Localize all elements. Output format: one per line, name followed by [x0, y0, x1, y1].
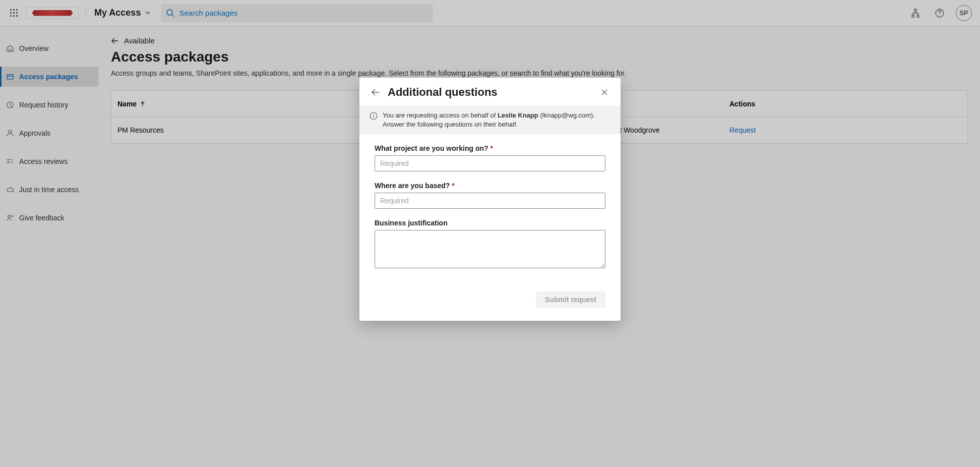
location-input[interactable] [375, 193, 605, 209]
required-marker: * [490, 144, 493, 152]
info-icon [370, 112, 378, 129]
field-label-location: Where are you based? * [375, 182, 605, 190]
field-label-justification: Business justification [375, 219, 605, 227]
arrow-left-icon [371, 88, 380, 97]
field-justification: Business justification [375, 219, 605, 270]
justification-textarea[interactable] [375, 230, 605, 268]
field-project: What project are you working on? * [375, 144, 605, 171]
project-input[interactable] [375, 155, 605, 171]
modal-footer: Submit request [359, 285, 621, 321]
modal-body: What project are you working on? * Where… [359, 134, 621, 285]
field-location: Where are you based? * [375, 182, 605, 209]
submit-request-button[interactable]: Submit request [536, 291, 605, 308]
modal-header: Additional questions [359, 78, 621, 106]
info-banner: You are requesting access on behalf of L… [359, 106, 621, 134]
field-label-project: What project are you working on? * [375, 144, 605, 152]
modal-overlay: Additional questions You are requesting … [0, 0, 980, 467]
svg-point-22 [373, 114, 374, 114]
required-marker: * [452, 182, 454, 190]
modal-close-button[interactable] [598, 86, 610, 98]
modal-back-button[interactable] [370, 86, 382, 98]
modal-title: Additional questions [388, 86, 598, 99]
info-text: You are requesting access on behalf of L… [383, 111, 610, 129]
close-icon [601, 89, 608, 96]
additional-questions-modal: Additional questions You are requesting … [359, 78, 621, 321]
